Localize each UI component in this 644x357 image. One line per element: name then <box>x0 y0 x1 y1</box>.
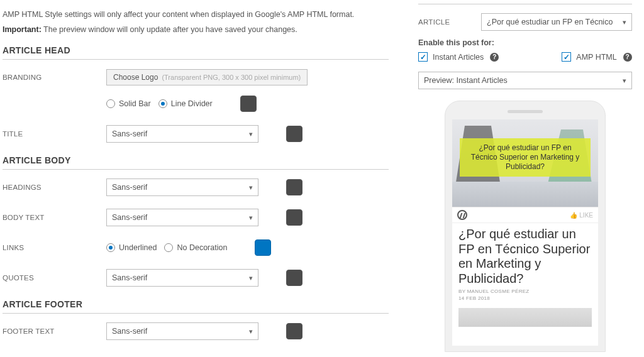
links-label: LINKS <box>3 244 106 251</box>
check-instant-articles[interactable]: ✓ Instant Articles ? <box>418 52 499 62</box>
preview-byline: BY MANUEL COSME PÉREZ <box>458 288 592 295</box>
important-text: The preview window will only update afte… <box>43 25 297 34</box>
preview-mode-value: Preview: Instant Articles <box>424 76 508 85</box>
radio-underlined-label: Underlined <box>119 243 157 252</box>
radio-underlined[interactable]: Underlined <box>106 243 157 252</box>
check-instant-articles-label: Instant Articles <box>433 53 484 62</box>
choose-logo-button[interactable]: Choose Logo (Transparent PNG, 300 x 300 … <box>106 69 308 85</box>
article-select-value: ¿Por qué estudiar un FP en Técnico <box>487 18 613 26</box>
checkbox-checked-icon: ✓ <box>418 52 428 62</box>
check-amp-html[interactable]: ✓ AMP HTML ? <box>562 52 631 62</box>
quotes-color-swatch[interactable] <box>286 270 303 286</box>
footertext-color-swatch[interactable] <box>286 323 303 339</box>
thumb-up-icon: 👍 <box>570 212 577 219</box>
section-article-head: ARTICLE HEAD <box>3 45 389 60</box>
quotes-font-select[interactable]: Sans-serif <box>106 269 258 287</box>
choose-logo-hint: (Transparent PNG, 300 x 300 pixel minimu… <box>162 74 301 81</box>
preview-mode-select[interactable]: Preview: Instant Articles <box>418 72 632 89</box>
like-label: LIKE <box>579 212 593 219</box>
footertext-font-select[interactable]: Sans-serif <box>106 322 258 340</box>
enable-title: Enable this post for: <box>418 38 632 47</box>
title-label: TITLE <box>3 130 106 138</box>
quotes-label: QUOTES <box>3 274 106 282</box>
preview-article-meta: BY MANUEL COSME PÉREZ 14 FEB 2018 <box>452 287 598 305</box>
preview-screen: ¿Por qué estudiar un FP en Técnico Super… <box>452 119 598 346</box>
help-icon[interactable]: ? <box>623 53 632 62</box>
bodytext-font-select[interactable]: Sans-serif <box>106 209 258 226</box>
footertext-label: FOOTER TEXT <box>3 327 106 335</box>
radio-solid-bar[interactable]: Solid Bar <box>106 99 151 108</box>
amp-description: AMP HTML Style settings will only affect… <box>3 10 389 19</box>
radio-solid-bar-label: Solid Bar <box>119 99 151 108</box>
radio-line-divider[interactable]: Line Divider <box>158 99 213 108</box>
preview-date: 14 FEB 2018 <box>458 295 592 302</box>
radio-line-divider-label: Line Divider <box>171 99 213 108</box>
title-font-value: Sans-serif <box>112 129 147 138</box>
bodytext-font-value: Sans-serif <box>112 213 147 222</box>
preview-feed-bar: 👍 LIKE <box>452 207 598 223</box>
headings-label: HEADINGS <box>3 184 106 191</box>
radio-dot <box>106 99 115 108</box>
bodytext-label: BODY TEXT <box>3 214 106 221</box>
preview-article-title: ¿Por qué estudiar un FP en Técnico Super… <box>452 223 598 287</box>
article-label: ARTICLE <box>418 18 481 26</box>
title-font-select[interactable]: Sans-serif <box>106 125 258 143</box>
radio-dot-checked <box>106 243 115 252</box>
section-article-body: ARTICLE BODY <box>3 155 389 170</box>
branding-color-swatch[interactable] <box>240 96 257 112</box>
bodytext-color-swatch[interactable] <box>286 209 303 226</box>
choose-logo-text: Choose Logo <box>113 73 158 82</box>
important-label: Important: <box>3 25 42 34</box>
branding-label: BRANDING <box>3 74 106 81</box>
checkbox-checked-icon: ✓ <box>562 52 571 62</box>
preview-hero: ¿Por qué estudiar un FP en Técnico Super… <box>452 119 598 207</box>
phone-speaker <box>508 110 543 113</box>
radio-no-decoration[interactable]: No Decoration <box>164 243 227 252</box>
footertext-font-value: Sans-serif <box>112 327 147 336</box>
radio-dot <box>164 243 173 252</box>
important-note: Important: The preview window will only … <box>3 25 389 34</box>
check-amp-html-label: AMP HTML <box>576 53 616 62</box>
headings-font-select[interactable]: Sans-serif <box>106 178 258 196</box>
article-select[interactable]: ¿Por qué estudiar un FP en Técnico <box>481 13 632 31</box>
links-color-swatch[interactable] <box>255 239 271 256</box>
preview-phone: ¿Por qué estudiar un FP en Técnico Super… <box>445 101 606 352</box>
preview-hero-title: ¿Por qué estudiar un FP en Técnico Super… <box>460 138 591 177</box>
wordpress-icon <box>457 210 467 220</box>
title-color-swatch[interactable] <box>286 126 303 142</box>
preview-body-image <box>458 308 592 327</box>
headings-font-value: Sans-serif <box>112 183 147 192</box>
section-article-footer: ARTICLE FOOTER <box>3 299 389 314</box>
radio-no-decoration-label: No Decoration <box>177 243 227 252</box>
headings-color-swatch[interactable] <box>286 179 303 195</box>
quotes-font-value: Sans-serif <box>112 273 147 282</box>
radio-dot-checked <box>158 99 167 108</box>
help-icon[interactable]: ? <box>490 53 499 62</box>
